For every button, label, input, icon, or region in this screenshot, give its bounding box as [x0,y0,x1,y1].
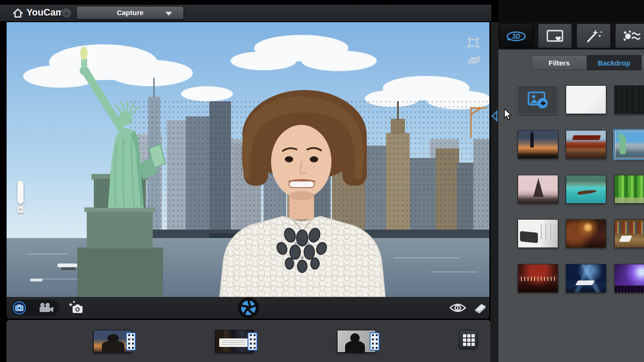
red-bar-backdrop[interactable] [518,264,558,293]
statue-of-liberty-backdrop[interactable] [614,130,644,159]
preview-scene [7,22,489,297]
app-title: YouCam [26,7,64,18]
tab-distortion-mode[interactable] [615,24,644,48]
tab-effects-mode[interactable] [577,24,611,48]
zoom-slider[interactable] [17,181,24,237]
3d-rotate-icon: 3D [506,28,527,44]
gallery-video-thumbnail[interactable] [337,330,376,353]
rotate-camera-icon[interactable] [467,53,482,68]
living-room-backdrop[interactable] [518,219,558,248]
tab-filters[interactable]: Filters [531,55,587,70]
zoom-slider-track[interactable] [17,181,24,204]
panel-top-spacer [498,0,644,22]
chevron-down-icon [165,12,172,16]
chevron-left-icon [492,111,497,121]
gallery-video-thumbnail[interactable] [215,330,254,353]
header-bar: YouCam ▲ Capture [0,5,491,21]
capture-mode-toggle [11,300,59,316]
eraser-icon[interactable] [472,302,487,314]
view-tabs-overflow [642,55,644,70]
asian-temple-backdrop[interactable] [566,130,606,159]
eiffel-tower-backdrop[interactable] [518,175,558,204]
dj-stage-backdrop[interactable] [566,264,606,293]
captured-media-strip [7,320,490,362]
capture-shutter-button[interactable] [238,297,259,319]
up-arrow-circle-icon[interactable]: ▲ [61,8,72,18]
capture-dropdown-label: Capture [117,8,144,16]
collapse-panel-button[interactable] [491,108,499,123]
restaurant-backdrop[interactable] [566,219,606,248]
zoom-slider-thumb[interactable] [17,206,24,213]
grid-icon [463,334,474,346]
tab-scenes-mode[interactable] [538,24,572,48]
eye-icon[interactable] [449,302,467,313]
svg-text:3D: 3D [512,33,520,40]
tab-backdrop[interactable]: Backdrop [587,55,642,70]
white-backdrop[interactable] [566,85,606,114]
youcam-app: YouCam ▲ Capture [0,0,644,362]
photo-camera-icon[interactable] [13,301,26,314]
mode-tabs-row: 3D [498,22,644,49]
gallery-video-thumbnail[interactable] [93,330,132,353]
filmstrip-icon [126,332,136,351]
capture-mode-dropdown[interactable]: Capture [76,6,184,19]
effects-panel: 3D [498,0,644,362]
magic-wand-icon [584,28,603,43]
filmstrip-icon [370,332,380,351]
library-backdrop[interactable] [614,219,644,248]
filmstrip-icon [248,332,257,351]
dark-texture-backdrop[interactable] [614,85,644,114]
frame-heart-icon [545,28,564,43]
import-backdrop-button[interactable] [518,85,558,114]
import-image-icon [527,91,549,109]
concert-backdrop[interactable] [614,264,644,293]
home-icon[interactable] [12,8,24,19]
capture-controls-bar [7,297,489,319]
video-camera-icon[interactable] [38,302,54,313]
city-sunset-backdrop[interactable] [518,130,558,159]
view-all-media-grid-button[interactable] [459,330,478,349]
bamboo-forest-backdrop[interactable] [614,175,644,204]
fullscreen-icon[interactable] [466,35,481,50]
panel-divider [490,22,498,362]
thailand-boat-backdrop[interactable] [566,175,606,204]
splash-waves-icon [623,28,642,43]
webcam-preview [7,22,489,297]
sparkle-camera-icon[interactable] [67,300,84,315]
tab-3d-mode[interactable]: 3D [499,24,533,48]
